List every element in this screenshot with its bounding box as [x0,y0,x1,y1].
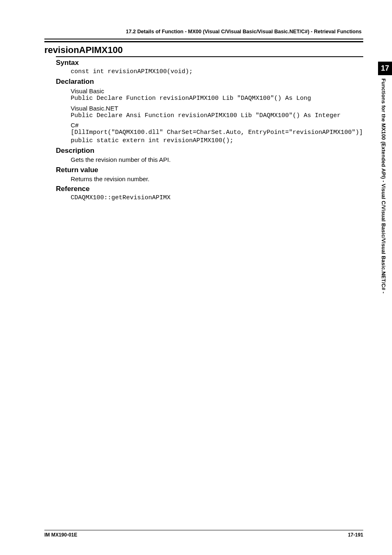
code-reference: CDAQMX100::getRevisionAPIMX [71,194,363,202]
heading-syntax: Syntax [56,59,363,67]
rule-top-2 [44,41,363,42]
page: 17.2 Details of Function - MX00 (Visual … [0,0,392,555]
footer-left: IM MX190-01E [44,532,77,538]
side-tab-label: Functions for the MX100 (Extended API) -… [378,78,387,293]
text-description: Gets the revision number of this API. [71,156,363,164]
code-syntax: const int revisionAPIMX100(void); [71,68,363,76]
heading-declaration: Declaration [56,78,363,86]
code-visual-basic: Public Declare Function revisionAPIMX100… [71,94,363,103]
code-visual-basic-net: Public Declare Ansi Function revisionAPI… [71,112,363,120]
heading-reference: Reference [56,185,363,193]
rule-footer [44,530,363,530]
label-visual-basic-net: Visual Basic.NET [71,105,363,112]
side-tab-number: 17 [378,62,392,75]
section-title: revisionAPIMX100 [44,45,363,55]
footer: IM MX190-01E 17-191 [44,530,363,538]
running-head: 17.2 Details of Function - MX00 (Visual … [44,29,363,35]
side-tab: 17 Functions for the MX100 (Extended API… [378,62,392,293]
rule-under-title [56,56,363,57]
text-return-value: Returns the revision number. [71,175,363,183]
footer-right: 17-191 [348,532,363,538]
code-csharp: [DllImport("DAQMX100.dll" CharSet=CharSe… [71,129,363,145]
heading-return-value: Return value [56,166,363,174]
label-csharp: C# [71,122,363,129]
label-visual-basic: Visual Basic [71,88,363,94]
heading-description: Description [56,147,363,155]
